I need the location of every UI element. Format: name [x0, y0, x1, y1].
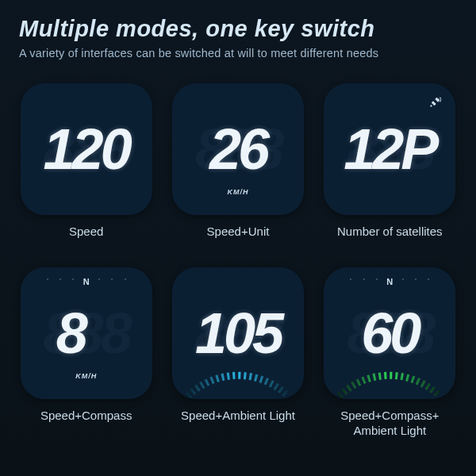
satellite-icon: [428, 94, 443, 112]
mode-tile-speed-compass-ambient[interactable]: 888 N 60: [324, 267, 455, 399]
ambient-arc-icon: [330, 356, 449, 399]
mode-tile-speed[interactable]: 888 120: [21, 83, 152, 215]
ambient-arc-icon: [178, 356, 298, 399]
mode-tile-speed-compass[interactable]: 888 N 8 KM/H: [21, 267, 152, 399]
page-subtitle: A variety of interfaces can be switched …: [19, 47, 457, 60]
mode-caption: Speed+Compass+Ambient Light: [340, 409, 439, 440]
mode-caption: Speed+Ambient Light: [181, 409, 295, 440]
unit-label: KM/H: [75, 372, 97, 380]
mode-caption: Speed+Unit: [207, 225, 270, 256]
mode-tile-speed-ambient[interactable]: 888 105: [172, 267, 304, 399]
mode-tile-satellites[interactable]: 888 12P: [324, 83, 455, 215]
compass-heading: N: [83, 277, 90, 286]
unit-label: KM/H: [227, 188, 248, 196]
mode-grid: 888 120 Speed 888 26 KM/H Speed+Unit 888…: [0, 69, 476, 440]
compass-heading: N: [386, 277, 393, 286]
display-value: 8: [56, 301, 85, 366]
mode-caption: Speed+Compass: [40, 409, 132, 440]
display-value: 120: [44, 117, 129, 182]
display-value: 26: [209, 117, 267, 182]
display-value: 12P: [344, 117, 436, 182]
mode-caption: Number of satellites: [337, 225, 443, 256]
mode-tile-speed-unit[interactable]: 888 26 KM/H: [172, 83, 304, 215]
page-title: Multiple modes, one key switch: [19, 16, 457, 42]
mode-caption: Speed: [69, 225, 103, 256]
